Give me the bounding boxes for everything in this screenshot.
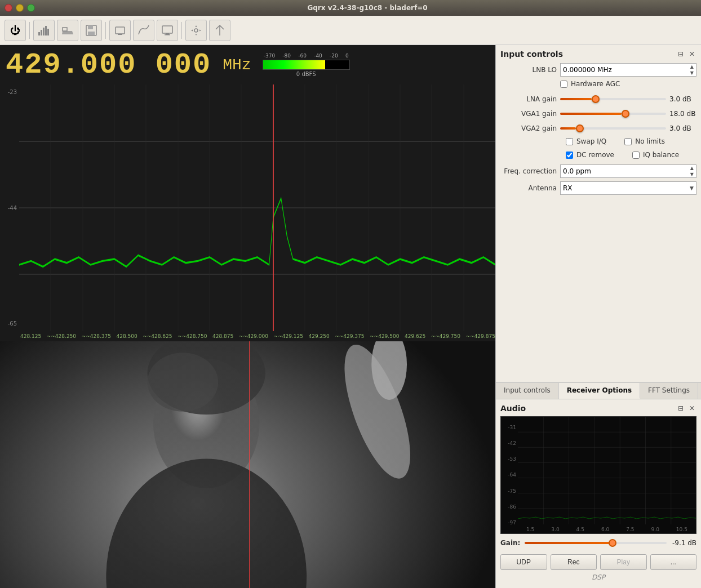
more-button[interactable]: ... (650, 554, 697, 570)
no-limits-checkbox[interactable] (624, 138, 632, 145)
audio-freq-6: 9.0 (651, 527, 659, 532)
vga2-gain-slider[interactable] (560, 123, 666, 134)
audio-label-5: -75 (501, 488, 518, 494)
audio-close-icon[interactable]: ✕ (687, 404, 696, 413)
vga1-gain-label: VGA1 gain (500, 110, 557, 118)
power-button[interactable]: ⏻ (5, 20, 26, 41)
frequency-unit: MHz (223, 56, 251, 74)
lnb-lo-up[interactable]: ▲ (690, 64, 694, 70)
grid-label-3: -65 (0, 320, 19, 327)
svg-rect-9 (116, 27, 125, 34)
vga1-gain-track (560, 113, 666, 115)
no-limits-label: No limits (635, 137, 665, 145)
tab-receiver-options[interactable]: Receiver Options (559, 383, 640, 399)
lna-gain-slider[interactable] (560, 93, 666, 105)
spectrum-panel: 429.000 000 MHz -370 -80 -60 -40 -20 0 0… (0, 45, 495, 588)
window-title: Gqrx v2.4-38-g10c8 - bladerf=0 (38, 4, 696, 12)
svg-rect-41 (0, 341, 495, 588)
device-icon[interactable] (109, 20, 131, 41)
svg-rect-11 (162, 26, 172, 33)
dsp-label: DSP (500, 572, 696, 583)
freq-correction-down[interactable]: ▼ (690, 171, 694, 177)
save-icon[interactable] (81, 20, 102, 41)
udp-button[interactable]: UDP (500, 554, 547, 570)
waterfall[interactable] (0, 341, 495, 588)
toolbar-separator-2 (105, 22, 106, 39)
waterfall-marker (249, 341, 250, 588)
monitor-icon[interactable] (157, 20, 178, 41)
checkboxes-row-1: Swap I/Q No limits (500, 137, 696, 148)
lnb-lo-arrows[interactable]: ▲ ▼ (690, 64, 694, 76)
tab-input-controls[interactable]: Input controls (496, 383, 559, 399)
gain-thumb[interactable] (609, 539, 616, 547)
spectrum-svg (19, 84, 495, 331)
gain-value: -9.1 dB (671, 539, 696, 547)
lna-gain-label: LNA gain (500, 95, 557, 103)
vga1-gain-slider[interactable] (560, 108, 666, 119)
svg-rect-3 (45, 26, 47, 35)
open-icon[interactable] (57, 20, 78, 41)
audio-title: Audio (500, 404, 526, 413)
waterfall-photo-svg (0, 341, 495, 588)
frequency-axis-labels: 428.125 ~~428.250 ~~428.375 428.500 ~~42… (20, 333, 495, 339)
play-button[interactable]: Play (600, 554, 647, 570)
frequency-bar: 429.000 000 MHz -370 -80 -60 -40 -20 0 0… (0, 45, 495, 84)
freq-correction-up[interactable]: ▲ (690, 165, 694, 171)
swap-iq-checkbox[interactable] (566, 138, 573, 145)
freq-correction-input[interactable]: 0.0 ppm ▲ ▼ (560, 164, 696, 178)
freq-correction-arrows[interactable]: ▲ ▼ (690, 165, 694, 177)
vga2-gain-row: VGA2 gain 3.0 dB (500, 123, 696, 134)
freq-correction-label: Freq. correction (500, 167, 557, 175)
vga1-gain-thumb[interactable] (622, 110, 629, 118)
toolbar: ⏻ (0, 16, 701, 45)
hardware-agc-checkbox[interactable] (560, 81, 567, 88)
audio-undock-icon[interactable]: ⊟ (676, 404, 685, 413)
svg-rect-12 (166, 33, 169, 34)
rec-button[interactable]: Rec (551, 554, 597, 570)
audio-header-icons: ⊟ ✕ (676, 404, 696, 413)
close-button[interactable] (5, 4, 12, 12)
tab-fft-settings[interactable]: FFT Settings (640, 383, 698, 399)
toolbar-separator (29, 22, 30, 39)
antenna-label: Antenna (500, 184, 557, 192)
dc-remove-row: DC remove (566, 151, 614, 159)
checkboxes-row-2: DC remove IQ balance (500, 151, 696, 161)
frequency-axis: 428.125 ~~428.250 ~~428.375 428.500 ~~42… (0, 331, 495, 341)
spectrum-icon[interactable] (33, 20, 55, 41)
dc-remove-checkbox[interactable] (566, 152, 573, 159)
svg-rect-5 (63, 28, 67, 31)
signal-strength-bar (263, 60, 350, 70)
antenna-combobox[interactable]: RX ▼ (560, 181, 696, 195)
iq-balance-checkbox[interactable] (632, 152, 640, 159)
antenna-value: RX (563, 184, 573, 192)
lnb-lo-down[interactable]: ▼ (690, 70, 694, 76)
no-limits-row: No limits (624, 137, 665, 145)
undock-icon[interactable]: ⊟ (676, 50, 685, 59)
grid-label-1: -23 (0, 89, 19, 95)
svg-rect-13 (165, 34, 170, 35)
settings-icon[interactable] (185, 20, 207, 41)
close-section-icon[interactable]: ✕ (687, 50, 696, 59)
vga1-gain-row: VGA1 gain 18.0 dB (500, 108, 696, 119)
lnb-lo-input[interactable]: 0.000000 MHz ▲ ▼ (560, 63, 696, 77)
vga2-gain-thumb[interactable] (576, 124, 584, 132)
spectrum-plot[interactable]: -23 -44 -65 (0, 84, 495, 331)
audio-spectrum-svg (518, 417, 696, 524)
audio-freq-axis: 1.5 3.0 4.5 6.0 7.5 9.0 10.5 (518, 525, 696, 533)
audio-freq-1: 1.5 (526, 527, 534, 532)
gain-slider[interactable] (525, 537, 667, 549)
maximize-button[interactable] (27, 4, 35, 12)
hardware-agc-checkbox-row: Hardware AGC (560, 80, 620, 88)
lna-gain-thumb[interactable] (592, 95, 600, 103)
audio-spectrum-plot[interactable]: -31 -42 -53 -64 -75 -86 -97 (500, 416, 696, 534)
frequency-display[interactable]: 429.000 000 (6, 48, 211, 82)
svg-rect-10 (118, 34, 122, 35)
lnb-lo-label: LNB LO (500, 66, 557, 74)
audio-freq-3: 4.5 (576, 527, 584, 532)
freq-correction-value: 0.0 ppm (563, 167, 591, 175)
antenna-arrow: ▼ (690, 185, 694, 191)
signal-icon[interactable] (133, 20, 154, 41)
minimize-button[interactable] (16, 4, 24, 12)
arrow-icon[interactable] (209, 20, 230, 41)
audio-label-2: -42 (501, 440, 518, 446)
